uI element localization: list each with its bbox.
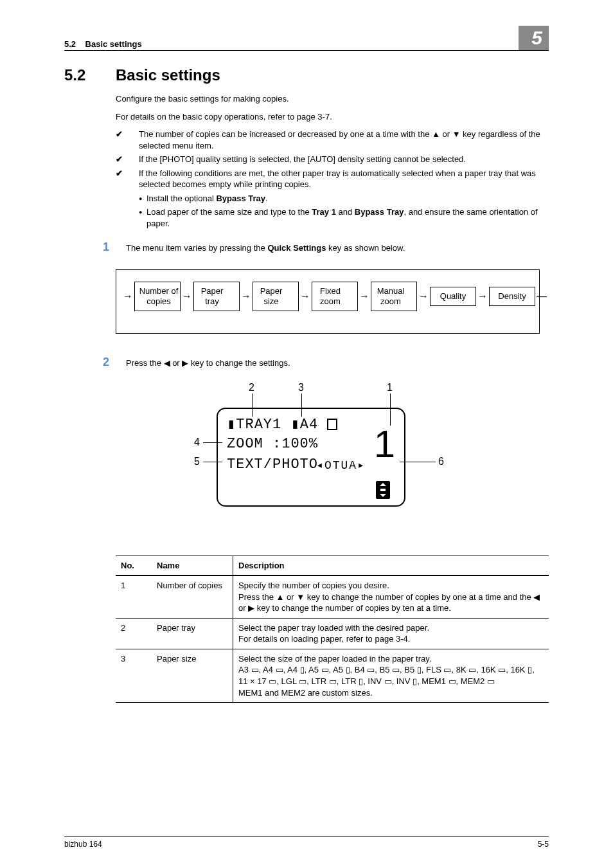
- intro-block: Configure the basic settings for making …: [116, 93, 549, 229]
- arrow-icon: →: [418, 291, 429, 302]
- table-row: 1 Number of copies Specify the number of…: [116, 575, 549, 618]
- note-1: The number of copies can be increased or…: [116, 129, 549, 151]
- footer-model: bizhub 164: [64, 840, 102, 849]
- step-1-text: The menu item varies by pressing the Qui…: [126, 240, 405, 254]
- step-2: 2 Press the ◀ or ▶ key to change the set…: [103, 356, 549, 369]
- section-number: 5.2: [64, 66, 116, 84]
- intro-p1: Configure the basic settings for making …: [116, 93, 549, 105]
- arrow-icon: →: [241, 291, 251, 302]
- arrow-icon: →: [477, 291, 488, 302]
- flow-fixed-zoom: Fixed zoom: [312, 282, 358, 311]
- step-2-text: Press the ◀ or ▶ key to change the setti…: [126, 356, 290, 369]
- flow-quality: Quality: [430, 287, 476, 306]
- page-header: 5.2 Basic settings 5: [64, 26, 549, 51]
- callout-3: 3: [298, 382, 304, 393]
- th-name: Name: [152, 556, 233, 575]
- flow-copies: Number of copies: [134, 282, 181, 311]
- lcd-auto-density: ◂AUTO▸: [315, 458, 364, 472]
- cell-no: 2: [116, 618, 152, 649]
- cell-name: Paper size: [152, 649, 233, 702]
- lcd-line-3: TEXT/PHOTO: [227, 457, 318, 473]
- arrow-icon: —: [537, 291, 547, 302]
- table-row: 3 Paper size Select the size of the pape…: [116, 649, 549, 702]
- chapter-tab: 5: [519, 26, 549, 50]
- note-3-lead: If the following conditions are met, the…: [139, 168, 536, 190]
- cell-desc: Specify the number of copies you desire.…: [233, 575, 549, 618]
- header-section-ref: 5.2 Basic settings: [64, 39, 142, 49]
- table-row: 2 Paper tray Select the paper tray loade…: [116, 618, 549, 649]
- callout-4: 4: [194, 437, 200, 448]
- page-footer: bizhub 164 5-5: [64, 836, 549, 849]
- cell-no: 1: [116, 575, 152, 618]
- notes-list: The number of copies can be increased or…: [116, 129, 549, 229]
- note-3-b2: Load paper of the same size and type to …: [139, 206, 549, 229]
- lcd-screen: ▮TRAY1 ▮A4 ZOOM :100% TEXT/PHOTO 1 ◂AUTO…: [217, 408, 405, 507]
- lcd-diagram: 2 3 1 4 5 6 ▮TRAY1 ▮A4 ZOOM :100% TEXT/P…: [155, 382, 458, 543]
- note-3: If the following conditions are met, the…: [116, 168, 549, 230]
- callout-2: 2: [249, 382, 254, 393]
- section-title: Basic settings: [116, 66, 220, 84]
- arrow-icon: →: [123, 291, 133, 302]
- flow-density: Density: [489, 287, 535, 306]
- flow-paper-size: Paper size: [253, 282, 299, 311]
- settings-table: No. Name Description 1 Number of copies …: [116, 556, 549, 703]
- cell-desc: Select the size of the paper loaded in t…: [233, 649, 549, 702]
- cell-name: Number of copies: [152, 575, 233, 618]
- cell-name: Paper tray: [152, 618, 233, 649]
- callout-6: 6: [438, 456, 444, 467]
- callout-5: 5: [194, 456, 200, 467]
- lcd-line-2: ZOOM :100%: [227, 436, 318, 452]
- th-no: No.: [116, 556, 152, 575]
- lcd-copies-count: 1: [374, 422, 395, 466]
- arrow-icon: →: [182, 291, 192, 302]
- header-sec-num: 5.2: [64, 39, 76, 49]
- flow-paper-tray: Paper tray: [193, 282, 240, 311]
- note-3-sub: Install the optional Bypass Tray. Load p…: [139, 193, 549, 230]
- intro-p2: For details on the basic copy operations…: [116, 111, 549, 123]
- lcd-line-1: ▮TRAY1 ▮A4: [227, 415, 337, 433]
- footer-page: 5-5: [538, 840, 549, 849]
- flow-manual-zoom: Manual zoom: [371, 282, 417, 311]
- step-1: 1 The menu item varies by pressing the Q…: [103, 240, 549, 254]
- note-3-b1: Install the optional Bypass Tray.: [139, 193, 549, 204]
- callout-1: 1: [387, 382, 393, 393]
- arrow-icon: →: [300, 291, 310, 302]
- cell-desc: Select the paper tray loaded with the de…: [233, 618, 549, 649]
- cell-no: 3: [116, 649, 152, 702]
- section-heading: 5.2 Basic settings: [64, 66, 549, 84]
- step-2-num: 2: [103, 356, 126, 369]
- quick-settings-flow: → Number of copies → Paper tray → Paper …: [116, 269, 540, 333]
- step-1-num: 1: [103, 240, 126, 254]
- arrow-icon: →: [359, 291, 369, 302]
- toner-icon: [376, 481, 390, 499]
- th-desc: Description: [233, 556, 549, 575]
- note-2: If the [PHOTO] quality setting is select…: [116, 154, 549, 165]
- header-sec-title: Basic settings: [85, 39, 142, 49]
